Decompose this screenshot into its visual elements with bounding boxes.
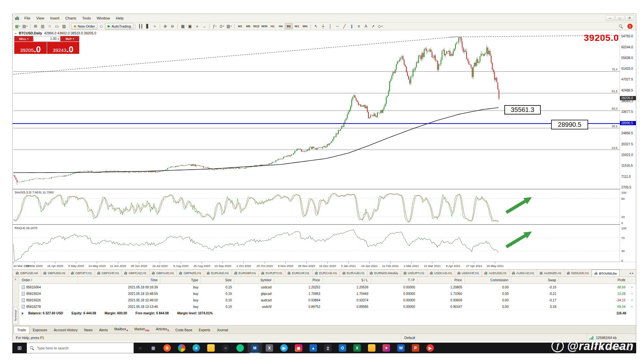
- taskbar-app-metatrader[interactable]: M: [247, 343, 262, 353]
- volume-spinner[interactable]: ▲▼: [57, 38, 59, 40]
- symbol-tab-gbpusdh4[interactable]: GBPUSD,H4: [13, 270, 41, 276]
- column-header-symbol[interactable]: Symbol: [234, 277, 274, 284]
- column-header-size[interactable]: Size: [201, 277, 234, 284]
- terminal-close-icon[interactable]: ×: [14, 277, 16, 281]
- new-order-button[interactable]: ◆New Order: [71, 23, 98, 30]
- metaeditor-button[interactable]: ◇: [98, 23, 105, 30]
- shapes-menu[interactable]: ◇▾: [377, 23, 384, 30]
- column-header-commission[interactable]: Commission: [465, 277, 511, 284]
- taskbar-app-powerpoint[interactable]: P: [408, 343, 423, 353]
- timeframe-d1-button[interactable]: D1: [285, 23, 293, 29]
- crosshair-tool[interactable]: ┼: [320, 23, 326, 30]
- symbol-tab-eurchfh1[interactable]: EURCHF,H1: [285, 270, 312, 276]
- price-chart[interactable]: 76.461.850.038.223.6Stoch(5,3,3) 7.6631 …: [13, 30, 636, 270]
- column-header-type[interactable]: Type: [160, 277, 201, 284]
- taskbar-app-outlook[interactable]: O: [335, 343, 350, 353]
- timeframe-h4-button[interactable]: H4: [277, 23, 284, 29]
- taskbar-app-edge[interactable]: e: [189, 343, 204, 353]
- channel-tool[interactable]: ∥: [348, 23, 355, 30]
- start-button[interactable]: ⊞: [12, 343, 27, 353]
- templates-menu[interactable]: ▧▾: [225, 23, 233, 30]
- notifications-badge[interactable]: 1: [627, 24, 633, 29]
- order-row[interactable]: 858155262021.05.18 10:49:02buy0.15audcad…: [19, 297, 636, 303]
- column-header-sl[interactable]: S / L: [323, 277, 371, 284]
- new-chart-button[interactable]: ▦▾: [14, 23, 21, 30]
- symbol-tab-eurusdh1[interactable]: EURUSD,H1: [204, 270, 232, 276]
- order-row[interactable]: 858162782021.05.18 13:13:46buy0.15usdchf…: [19, 303, 636, 310]
- zoom-in-button[interactable]: ⊕: [162, 23, 169, 30]
- symbol-tab-gbpchfh1[interactable]: GBPCHF,H1: [95, 270, 122, 276]
- menu-view[interactable]: View: [33, 15, 47, 21]
- taskbar-app-media-app[interactable]: ▶: [423, 343, 437, 353]
- column-header-price[interactable]: Price: [274, 277, 323, 284]
- indicators-menu[interactable]: ƒ▾: [211, 23, 218, 30]
- symbol-tab-audnzdh1[interactable]: AUDNZD,H1: [537, 270, 564, 276]
- tab-journal[interactable]: Journal: [214, 326, 231, 334]
- bar-chart-button[interactable]: ┃┃: [137, 23, 144, 30]
- column-header-tp[interactable]: T / P: [371, 277, 418, 284]
- cascade-windows-button[interactable]: ▣: [186, 23, 193, 30]
- buy-button[interactable]: BUY▾: [60, 36, 79, 42]
- tab-market[interactable]: Market101: [131, 325, 153, 334]
- tab-code-base[interactable]: Code Base: [172, 326, 196, 334]
- taskbar-app-folder-app[interactable]: [364, 343, 379, 353]
- timeframe-mn-button[interactable]: MN: [301, 23, 309, 29]
- line-chart-button[interactable]: ≈: [151, 23, 158, 30]
- terminal-vertical-label[interactable]: Terminal: [13, 307, 18, 324]
- taskbar-app-file-explorer[interactable]: [204, 343, 218, 353]
- column-header-swap[interactable]: Swap: [511, 277, 559, 284]
- symbol-tab-euraudh1[interactable]: EURAUD,H1: [340, 270, 368, 276]
- tab-experts[interactable]: Experts: [196, 326, 214, 334]
- task-view-icon[interactable]: ▦: [147, 343, 160, 353]
- horizontal-line-tool[interactable]: ─: [334, 23, 341, 30]
- symbol-tab-eurnzdweekly[interactable]: EURNZD,Weekly: [367, 270, 401, 276]
- chart-shift-toggle[interactable]: →: [201, 23, 208, 30]
- taskbar-search[interactable]: Type here to search: [27, 343, 134, 353]
- data-window-toggle[interactable]: ▥: [39, 23, 46, 30]
- symbol-tab-eurcadh1[interactable]: EURCAD,H1: [312, 270, 340, 276]
- symbol-tab-usdjpyh1[interactable]: USDJPY,H1: [401, 270, 427, 276]
- taskbar-app-grey-app[interactable]: X: [262, 343, 277, 353]
- text-tool[interactable]: A: [362, 23, 369, 30]
- taskbar-app-word[interactable]: W: [394, 343, 408, 353]
- price-scale[interactable]: 64783.060244.055838.051433.047027.542488…: [620, 30, 636, 262]
- buy-price[interactable]: 39243.0: [47, 42, 80, 54]
- symbol-tab-audusdh1[interactable]: AUDUSD,H1: [482, 270, 510, 276]
- close-order-icon[interactable]: ×: [628, 292, 636, 296]
- terminal-toggle[interactable]: ▭: [54, 23, 60, 30]
- symbol-tab-usdchfh1[interactable]: USDCHF,H1: [455, 270, 482, 276]
- minimize-button[interactable]: ─: [606, 15, 614, 21]
- menu-tools[interactable]: Tools: [79, 15, 94, 21]
- cortana-icon[interactable]: ○: [134, 343, 147, 353]
- menu-file[interactable]: File: [21, 15, 33, 21]
- close-order-icon[interactable]: ×: [628, 305, 636, 309]
- tab-exposure[interactable]: Exposure: [30, 326, 50, 334]
- cursor-tool[interactable]: ↖: [312, 23, 319, 30]
- timeframe-m5-button[interactable]: M5: [244, 23, 252, 29]
- tile-windows-button[interactable]: ▦: [179, 23, 186, 30]
- taskbar-app-instagram[interactable]: ◉: [291, 343, 306, 353]
- arrow-tool[interactable]: ↗: [370, 23, 376, 30]
- timeframe-m15-button[interactable]: M15: [252, 23, 260, 29]
- symbol-tab-eurjpyh1[interactable]: EURJPY,H1: [259, 270, 285, 276]
- market-watch-toggle[interactable]: ⊞: [32, 23, 39, 30]
- taskbar-app-photos[interactable]: ✦: [379, 343, 394, 353]
- column-header-price[interactable]: Price: [418, 277, 465, 284]
- order-row[interactable]: 858155242021.05.18 10:48:55buy0.15gbpcad…: [19, 290, 636, 297]
- vertical-line-tool[interactable]: │: [327, 23, 334, 30]
- tabs-scroll-left-icon[interactable]: ◂: [629, 272, 631, 275]
- tab-trade[interactable]: Trade: [14, 326, 30, 334]
- taskbar-app-chrome[interactable]: [174, 343, 189, 353]
- autotrading-button[interactable]: ▶AutoTrading: [105, 23, 133, 30]
- menu-help[interactable]: Help: [113, 15, 127, 21]
- close-order-icon[interactable]: ×: [628, 285, 636, 289]
- taskbar-app-green-app[interactable]: [233, 343, 247, 353]
- taskbar-app-chart-app[interactable]: ▲: [306, 343, 321, 353]
- timeframe-m1-button[interactable]: M1: [236, 23, 244, 29]
- symbol-tab-gbpusdh1[interactable]: GBPUSD,H1: [41, 270, 69, 276]
- zoom-out-button[interactable]: ⊖: [169, 23, 176, 30]
- sell-button[interactable]: SELL▾: [14, 36, 33, 42]
- tab-account-history[interactable]: Account History: [50, 326, 81, 334]
- menu-charts[interactable]: Charts: [62, 15, 79, 21]
- taskbar-app-clock-app[interactable]: ○: [218, 343, 233, 353]
